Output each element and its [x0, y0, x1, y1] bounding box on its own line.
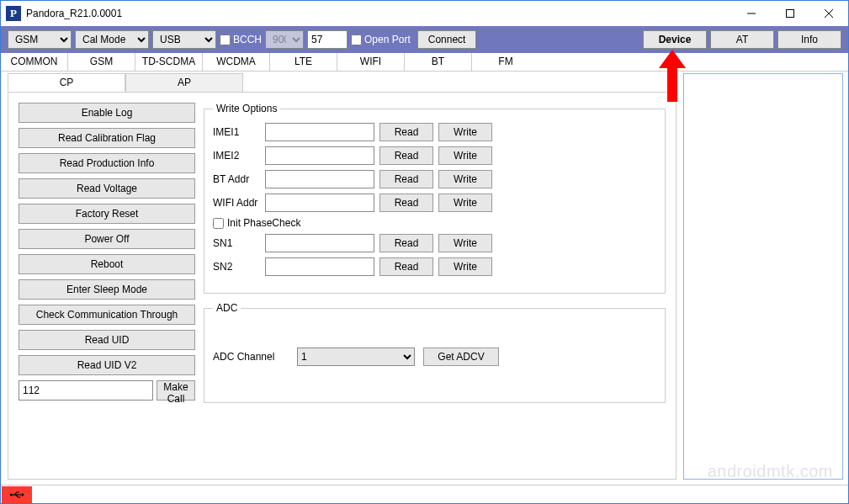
read-calibration-flag-button[interactable]: Read Calibration Flag: [19, 128, 195, 148]
power-off-button[interactable]: Power Off: [19, 229, 195, 249]
svg-marker-6: [22, 492, 24, 496]
channel-input[interactable]: [307, 30, 348, 49]
sn2-label: SN2: [213, 261, 260, 273]
wifiaddr-label: WIFI Addr: [213, 197, 260, 209]
wifiaddr-input[interactable]: [265, 194, 374, 212]
tab-bt[interactable]: BT: [405, 53, 472, 71]
read-production-info-button[interactable]: Read Production Info: [19, 153, 195, 173]
write-options-legend: Write Options: [213, 103, 280, 114]
minimize-button[interactable]: [732, 1, 771, 26]
statusbar: [1, 485, 848, 503]
network-select[interactable]: GSM: [8, 30, 72, 49]
sn1-input[interactable]: [265, 234, 374, 252]
device-button[interactable]: Device: [643, 30, 707, 49]
connect-button[interactable]: Connect: [417, 30, 476, 49]
maximize-button[interactable]: [771, 1, 809, 26]
imei1-label: IMEI1: [213, 126, 260, 138]
adc-channel-select[interactable]: 1: [297, 347, 415, 366]
tab-fm[interactable]: FM: [472, 53, 539, 71]
usb-indicator-icon: [2, 486, 32, 503]
make-call-button[interactable]: Make Call: [157, 380, 195, 401]
write-options-group: Write Options IMEI1ReadWrite IMEI2ReadWr…: [204, 103, 666, 294]
tab-wifi[interactable]: WIFI: [337, 53, 405, 71]
openport-checkbox[interactable]: Open Port: [351, 34, 411, 45]
at-button[interactable]: AT: [710, 30, 774, 49]
main-tabs: COMMON GSM TD-SCDMA WCDMA LTE WIFI BT FM: [1, 53, 848, 72]
tab-common[interactable]: COMMON: [1, 53, 68, 71]
close-button[interactable]: [809, 1, 848, 26]
log-panel: [683, 73, 843, 480]
tab-ap[interactable]: AP: [125, 73, 243, 92]
imei2-write-button[interactable]: Write: [438, 146, 492, 165]
sn1-read-button[interactable]: Read: [379, 234, 433, 252]
imei2-read-button[interactable]: Read: [379, 146, 433, 165]
get-adcv-button[interactable]: Get ADCV: [423, 347, 499, 366]
imei1-write-button[interactable]: Write: [438, 123, 492, 141]
init-phasecheck-checkbox[interactable]: Init PhaseCheck: [213, 217, 656, 229]
read-uid-v2-button[interactable]: Read UID V2: [19, 355, 195, 375]
wifiaddr-write-button[interactable]: Write: [438, 194, 492, 212]
sn1-write-button[interactable]: Write: [438, 234, 492, 252]
bcch-checkbox[interactable]: BCCH: [220, 34, 262, 45]
titlebar: P Pandora_R21.0.0001: [1, 1, 848, 26]
imei1-read-button[interactable]: Read: [379, 123, 433, 141]
sn2-write-button[interactable]: Write: [438, 257, 492, 276]
tab-tdscdma[interactable]: TD-SCDMA: [135, 53, 203, 71]
imei2-input[interactable]: [265, 146, 374, 165]
sn2-read-button[interactable]: Read: [379, 257, 433, 276]
sn2-input[interactable]: [265, 257, 374, 276]
mode-select[interactable]: Cal Mode: [75, 30, 149, 49]
imei1-input[interactable]: [265, 123, 374, 141]
read-voltage-button[interactable]: Read Voltage: [19, 178, 195, 199]
tab-wcdma[interactable]: WCDMA: [203, 53, 270, 71]
sn1-label: SN1: [213, 237, 260, 249]
connection-select[interactable]: USB: [152, 30, 216, 49]
imei2-label: IMEI2: [213, 150, 260, 162]
btaddr-write-button[interactable]: Write: [438, 170, 492, 188]
adc-legend: ADC: [213, 302, 241, 314]
tab-cp[interactable]: CP: [8, 73, 125, 92]
adc-group: ADC ADC Channel 1 Get ADCV: [204, 302, 666, 403]
factory-reset-button[interactable]: Factory Reset: [19, 204, 195, 224]
reboot-button[interactable]: Reboot: [19, 254, 195, 274]
sub-tabs: CP AP: [8, 73, 683, 92]
call-number-input[interactable]: [19, 380, 153, 401]
info-button[interactable]: Info: [777, 30, 841, 49]
app-icon: P: [6, 6, 21, 21]
toolbar: GSM Cal Mode USB BCCH 900 Open Port Conn…: [1, 26, 848, 53]
btaddr-input[interactable]: [265, 170, 374, 188]
tab-lte[interactable]: LTE: [270, 53, 337, 71]
adc-channel-label: ADC Channel: [213, 351, 289, 363]
read-uid-button[interactable]: Read UID: [19, 330, 195, 350]
enable-log-button[interactable]: Enable Log: [19, 103, 195, 123]
action-buttons-column: Enable Log Read Calibration Flag Read Pr…: [19, 103, 195, 469]
btaddr-read-button[interactable]: Read: [379, 170, 433, 188]
window-title: Pandora_R21.0.0001: [26, 8, 732, 19]
wifiaddr-read-button[interactable]: Read: [379, 194, 433, 212]
btaddr-label: BT Addr: [213, 173, 260, 185]
freq-select: 900: [265, 30, 304, 49]
check-communication-button[interactable]: Check Communication Through: [19, 305, 195, 325]
svg-rect-1: [787, 10, 794, 18]
tab-gsm[interactable]: GSM: [68, 53, 135, 71]
enter-sleep-mode-button[interactable]: Enter Sleep Mode: [19, 279, 195, 300]
